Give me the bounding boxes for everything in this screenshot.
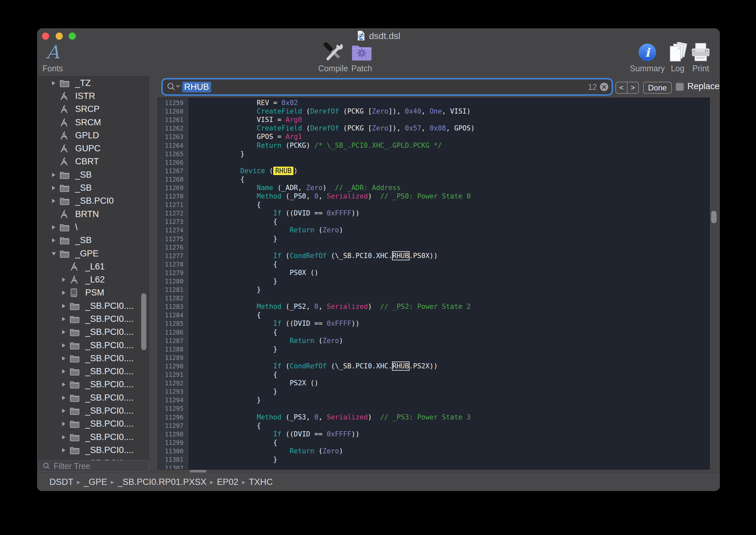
find-previous-button[interactable]: <	[616, 82, 628, 93]
code-line: 11272 If ((DVID == 0xFFFF))	[158, 209, 710, 217]
tree-item[interactable]: SRCP	[39, 103, 148, 116]
tree-item[interactable]: _TZ	[39, 76, 148, 90]
tree-item[interactable]: _SB.PCI0....	[39, 443, 148, 457]
search-input[interactable]: RHUB 12 ✕	[163, 79, 611, 94]
folder-icon	[69, 367, 81, 376]
tree-item[interactable]: GPLD	[39, 129, 148, 142]
tree-item[interactable]: BRTN	[39, 208, 148, 221]
clear-search-button[interactable]: ✕	[600, 83, 608, 91]
tree-item[interactable]: _SB.PCI0....	[39, 339, 148, 352]
code-line: 11289	[158, 353, 710, 362]
fonts-button[interactable]: A Fonts	[37, 42, 68, 73]
disclosure-triangle-icon[interactable]	[61, 421, 69, 427]
patch-label: Patch	[351, 64, 372, 73]
disclosure-triangle-icon[interactable]	[51, 225, 60, 230]
replace-checkbox[interactable]	[676, 83, 684, 91]
line-number: 11298	[158, 431, 188, 438]
tree-item[interactable]: _SB.PCI0....	[39, 378, 148, 391]
breadcrumb-item[interactable]: TXHC	[249, 477, 273, 487]
tree-item[interactable]: _L62	[39, 273, 148, 286]
tree-item[interactable]: _SB.PCI0....	[39, 417, 148, 431]
tree-item[interactable]: ISTR	[39, 90, 148, 102]
patch-button[interactable]: Patch	[342, 42, 381, 73]
code-line: 11291 {	[158, 370, 710, 379]
tree-item[interactable]: _SB	[39, 168, 148, 181]
code-line: 11268 {	[158, 175, 710, 183]
disclosure-triangle-icon[interactable]	[61, 435, 69, 440]
zoom-button[interactable]	[68, 33, 76, 40]
breadcrumb-item[interactable]: _SB.PCI0.RP01.PXSX	[118, 477, 206, 487]
disclosure-triangle-icon[interactable]	[61, 329, 69, 335]
print-button[interactable]: Print	[685, 42, 717, 73]
tree-item[interactable]: _SB.PCI0	[39, 195, 148, 208]
tree-item[interactable]: _SB.PCI0....	[39, 404, 148, 417]
disclosure-triangle-icon[interactable]	[51, 198, 60, 204]
disclosure-triangle-icon[interactable]	[61, 382, 69, 387]
tree-item-label: _TZ	[75, 78, 91, 88]
tree-item[interactable]: _L61	[39, 260, 148, 273]
disclosure-triangle-icon[interactable]	[61, 316, 69, 322]
close-button[interactable]	[42, 33, 49, 40]
tree-item[interactable]: _SB.PCI0....	[39, 352, 148, 365]
disclosure-triangle-icon[interactable]	[51, 185, 60, 191]
disclosure-triangle-icon[interactable]	[61, 343, 69, 348]
code-editor[interactable]: 11259 REV = 0x0211260 CreateField (Deref…	[158, 98, 710, 469]
tree-item[interactable]: _SB	[39, 181, 148, 194]
sidebar-scrollbar-thumb[interactable]	[141, 293, 147, 350]
line-number: 11282	[158, 295, 188, 302]
disclosure-triangle-icon[interactable]	[61, 277, 69, 282]
disclosure-triangle-icon[interactable]	[61, 369, 69, 374]
disclosure-triangle-icon[interactable]	[51, 172, 60, 178]
tree-item[interactable]: _SB.PCI0....	[39, 312, 148, 325]
disclosure-triangle-icon[interactable]	[61, 447, 69, 453]
tree-item[interactable]: _SB.PCI0....	[39, 326, 148, 339]
done-button[interactable]: Done	[643, 82, 672, 94]
tree-item[interactable]: _SB	[39, 234, 148, 247]
desktop: dsdt.dsl A Fonts Compile	[0, 0, 756, 535]
tree-item[interactable]: _SB.PCI0....	[39, 365, 148, 378]
code-line: 11301 }	[158, 455, 710, 464]
tree-item[interactable]: _SB.PCI0....	[39, 299, 148, 312]
code-text: If (CondRefOf (\_SB.PCI0.XHC.RHUB.PS0X))	[188, 252, 438, 260]
code-text: PS2X ()	[188, 379, 318, 387]
folder-icon	[69, 393, 81, 402]
breadcrumb-item[interactable]: EP02	[217, 477, 238, 487]
code-line: 11260 CreateField (DerefOf (PCKG [Zero])…	[158, 107, 710, 116]
disclosure-triangle-icon[interactable]	[61, 395, 69, 401]
tree-item[interactable]: PSM	[39, 286, 148, 299]
editor-vertical-scrollbar-thumb[interactable]	[711, 211, 716, 223]
tree-item[interactable]: _SB.PCI0....	[39, 431, 148, 443]
filter-tree-input[interactable]	[53, 461, 142, 471]
code-line: 11267 Device (RHUB)	[158, 167, 710, 175]
breadcrumb-item[interactable]: _GPE	[84, 477, 107, 487]
disclosure-triangle-icon[interactable]	[61, 356, 69, 361]
folder-icon	[69, 315, 81, 324]
line-number: 11284	[158, 311, 188, 319]
disclosure-triangle-icon[interactable]	[51, 251, 60, 256]
disclosure-triangle-icon[interactable]	[51, 238, 60, 243]
code-text: Return (Zero)	[188, 226, 343, 234]
tree-item[interactable]: GUPC	[39, 142, 148, 155]
folder-icon	[60, 236, 71, 245]
line-number: 11276	[158, 244, 188, 251]
tree-item[interactable]: _GPE	[39, 247, 148, 260]
code-line: 11282	[158, 294, 710, 302]
code-text: {	[188, 218, 278, 226]
minimize-button[interactable]	[56, 33, 63, 40]
tree-item[interactable]: \	[39, 221, 148, 234]
line-number: 11272	[158, 210, 188, 217]
line-number: 11292	[158, 380, 188, 387]
search-scope-icon[interactable]	[167, 82, 181, 92]
tree-item[interactable]: _SB.PCI0....	[39, 391, 148, 404]
breadcrumb-item[interactable]: DSDT	[49, 477, 73, 487]
disclosure-triangle-icon[interactable]	[51, 80, 60, 86]
tree-item[interactable]: CBRT	[39, 155, 148, 168]
disclosure-triangle-icon[interactable]	[61, 290, 69, 296]
disclosure-triangle-icon[interactable]	[61, 303, 69, 309]
code-text: GPOS = Arg1	[188, 133, 302, 141]
tree-item[interactable]: SRCM	[39, 116, 148, 129]
disclosure-triangle-icon[interactable]	[61, 408, 69, 414]
code-line: 11296 Method (_PS3, 0, Serialized) // _P…	[158, 413, 710, 421]
find-next-button[interactable]: >	[628, 82, 638, 93]
tree-item-label: _L62	[85, 275, 105, 285]
